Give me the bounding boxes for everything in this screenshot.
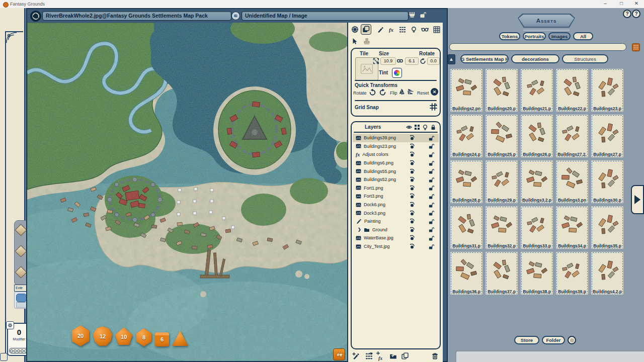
tiles-column-icon[interactable] [414,124,420,130]
minimize-button[interactable]: – [602,1,609,6]
layer-unlock-icon[interactable] [428,168,434,174]
size-width-value[interactable]: 10.9 [380,57,396,65]
radial-tool-icon[interactable] [350,24,360,35]
layer-update-icon[interactable] [409,143,415,149]
unlock-icon[interactable] [420,12,426,18]
layer-update-icon[interactable] [409,218,415,224]
asset-card[interactable]: Buildings27.2. [555,114,589,158]
asset-search-input[interactable] [449,43,626,51]
layer-row-folder[interactable]: ❯Ground [353,226,439,234]
layer-unlock-icon[interactable] [428,244,434,249]
rotate-value[interactable]: 0.0 [427,57,440,65]
layer-update-icon[interactable] [409,202,415,208]
bottom-left-tab[interactable] [0,353,8,361]
layer-update-icon[interactable] [409,210,415,216]
stamp-tool-icon[interactable] [361,36,372,46]
asset-card[interactable]: Buildings34.p [555,206,589,249]
maximize-button[interactable]: □ [618,1,625,6]
layer-row[interactable]: Buildings6.png [353,159,439,167]
layer-row[interactable]: Buildings23.png [353,142,439,151]
asset-card[interactable]: Buildings39.p [555,251,589,295]
layer-row[interactable]: Dock3.png [353,209,439,217]
layer-unlock-icon[interactable] [428,202,434,208]
help-button[interactable]: ? [632,10,640,18]
map-canvas[interactable]: 20 12 10 8 6 [27,23,347,361]
layer-row[interactable]: Fort1.png [353,184,439,193]
tower-die-icon[interactable] [15,245,27,257]
d6-die[interactable]: 6 [155,332,169,346]
layer-unlock-icon[interactable] [428,152,434,157]
image-window-titlebar[interactable]: RiverBreakWhole2.jpg@Fantasy Grounds Set… [27,9,447,23]
asset-card[interactable]: Buildings33.p [520,206,553,249]
layer-update-icon[interactable] [409,160,415,166]
asset-card[interactable]: Buildings30.p [591,160,624,204]
layer-unlock-icon[interactable] [428,219,434,224]
tab-images[interactable]: Images [548,32,571,40]
rotate-small-icon[interactable] [420,58,426,64]
tower-die-icon[interactable] [15,266,27,278]
asset-card[interactable]: Buildings36.p [450,251,483,295]
layer-row[interactable]: Fort3.png [353,192,439,201]
asset-card[interactable]: Buildings2.pn [450,68,483,112]
paint-tool-icon[interactable] [375,24,385,35]
layer-unlock-icon[interactable] [428,227,434,232]
layer-row[interactable]: City_Test.jpg [353,242,439,251]
dice-tray[interactable]: 20 12 10 8 6 [70,325,189,346]
layer-update-icon[interactable] [409,135,415,141]
tab-portraits[interactable]: Portraits [523,32,546,40]
layer-update-icon[interactable] [409,168,415,174]
asset-card[interactable]: Buildings25.p [485,114,518,158]
layer-unlock-icon[interactable] [428,177,434,183]
layer-row[interactable]: Buildings52.png [353,175,439,184]
asset-card[interactable]: Buildings3.pn [555,160,589,204]
lighting-column-icon[interactable] [422,124,428,130]
asset-card[interactable]: Buildings21.p [520,68,553,112]
d8-die[interactable]: 8 [135,328,152,346]
lighting-tool-icon[interactable] [409,24,419,35]
asset-card[interactable]: Buildings20.p [485,68,518,112]
add-paint-layer-button[interactable] [352,352,360,360]
d20-die[interactable]: 20 [70,325,91,346]
filter-structures-chip[interactable]: Structures [562,54,608,63]
flip-vertical-icon[interactable] [399,88,406,95]
d4-die[interactable] [172,330,189,346]
layer-row[interactable]: Painting [353,217,439,226]
layer-row[interactable]: Buildings39.png [353,134,439,142]
dice-cup-icon[interactable] [408,12,417,18]
asset-options-button[interactable] [632,43,640,51]
layer-row[interactable]: fxAdjust colors [353,150,439,159]
layer-unlock-icon[interactable] [428,194,434,199]
asset-card[interactable]: Buildings38.p [520,251,553,295]
layer-unlock-icon[interactable] [428,160,434,166]
add-folder-button[interactable] [389,352,397,360]
asset-card[interactable]: Buildings24.p [450,114,483,158]
map-shortcut-button[interactable] [333,348,345,360]
tiles-tool-icon[interactable] [397,24,408,35]
tab-all[interactable]: All [573,32,593,40]
asset-card[interactable]: Buildings22.p [555,68,589,112]
visibility-column-icon[interactable] [406,124,412,130]
effects-tool-icon[interactable]: fx [386,24,396,35]
link-icon[interactable] [396,58,404,63]
add-effect-layer-button[interactable]: fx [378,353,382,362]
layer-unlock-icon[interactable] [428,143,434,149]
layer-row[interactable]: Buildings55.png [353,167,439,175]
size-height-value[interactable]: 6.1 [405,57,419,65]
map-subtitle-field[interactable]: Unidentified Map / Image [242,11,409,21]
asset-card[interactable]: Buildings27.p [591,114,624,158]
layer-unlock-icon[interactable] [428,210,434,216]
layer-update-icon[interactable] [409,151,415,157]
module-circle-button[interactable] [568,336,576,344]
grid-tool-icon[interactable] [431,24,442,35]
mask-tool-icon[interactable] [420,24,430,35]
asset-card[interactable]: Buildings3.2.p [520,160,553,204]
panel-expand-arrow[interactable] [631,185,644,214]
map-title-field[interactable]: RiverBreakWhole2.jpg@Fantasy Grounds Set… [42,11,231,21]
layer-update-icon[interactable] [409,176,415,183]
asset-card[interactable]: Buildings31.p [450,206,483,249]
layer-unlock-icon[interactable] [428,185,434,191]
rotate-cw-icon[interactable] [379,88,386,96]
asset-card[interactable]: Buildings23.p [591,68,624,112]
asset-card[interactable]: Buildings29.p [485,160,518,204]
tower-die-icon[interactable] [15,224,27,236]
